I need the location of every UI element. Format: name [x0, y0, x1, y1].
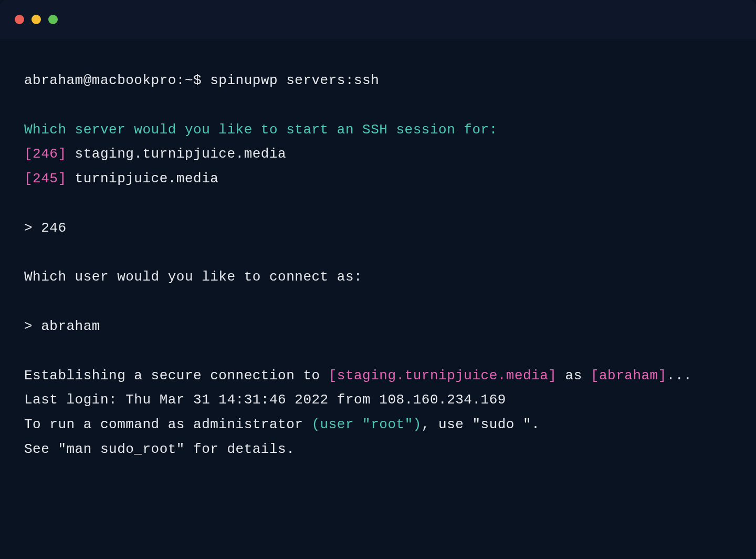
blank-line	[24, 289, 732, 314]
terminal-content[interactable]: abraham@macbookpro:~$ spinupwp servers:s…	[0, 39, 756, 491]
command-text: spinupwp servers:ssh	[210, 73, 379, 88]
last-login: Last login: Thu Mar 31 14:31:46 2022 fro…	[24, 388, 732, 412]
blank-line	[24, 339, 732, 364]
user-answer: > abraham	[24, 314, 732, 339]
connect-prefix: Establishing a secure connection to	[24, 368, 329, 384]
zoom-icon[interactable]	[48, 15, 58, 24]
server-option-1: [245] turnipjuice.media	[24, 167, 732, 191]
admin-prefix: To run a command as administrator	[24, 417, 312, 432]
close-icon[interactable]	[15, 15, 24, 24]
server-question: Which server would you like to start an …	[24, 118, 732, 142]
server-id-1: [245]	[24, 171, 67, 187]
blank-line	[24, 241, 732, 265]
connect-line: Establishing a secure connection to [sta…	[24, 364, 732, 388]
server-id-0: [246]	[24, 146, 67, 162]
blank-line	[24, 191, 732, 216]
admin-paren: (user "root")	[312, 417, 422, 432]
connect-user: [abraham]	[591, 368, 667, 384]
admin-line: To run a command as administrator (user …	[24, 412, 732, 437]
server-name-0: staging.turnipjuice.media	[67, 146, 287, 162]
user-question: Which user would you like to connect as:	[24, 265, 732, 289]
prompt-prefix: abraham@macbookpro:~$	[24, 73, 210, 88]
minimize-icon[interactable]	[32, 15, 41, 24]
connect-suffix: ...	[667, 368, 692, 384]
terminal-window: abraham@macbookpro:~$ spinupwp servers:s…	[0, 0, 756, 559]
blank-line	[24, 93, 732, 118]
see-details: See "man sudo_root" for details.	[24, 437, 732, 462]
admin-suffix: , use "sudo ".	[422, 417, 540, 432]
titlebar	[0, 0, 756, 39]
server-option-0: [246] staging.turnipjuice.media	[24, 142, 732, 167]
command-prompt-line: abraham@macbookpro:~$ spinupwp servers:s…	[24, 68, 732, 93]
server-answer: > 246	[24, 216, 732, 241]
connect-host: [staging.turnipjuice.media]	[329, 368, 557, 384]
server-name-1: turnipjuice.media	[67, 171, 219, 187]
connect-mid: as	[556, 368, 590, 384]
